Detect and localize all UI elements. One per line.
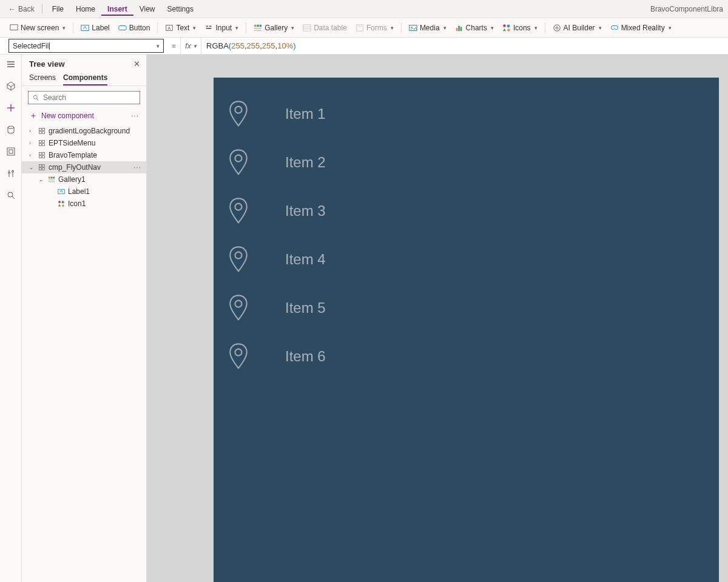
data-table-button[interactable]: Data table xyxy=(299,22,351,34)
media-rail-icon[interactable] xyxy=(5,146,17,158)
component-canvas[interactable]: Item 1Item 2Item 3Item 4Item 5Item 6 xyxy=(214,78,719,582)
svg-rect-25 xyxy=(7,148,15,155)
component-icon xyxy=(38,151,46,159)
tab-screens[interactable]: Screens xyxy=(29,73,56,85)
tree-node-Icon1[interactable]: Icon1 xyxy=(22,198,146,210)
property-selector[interactable]: SelectedFil ▾ xyxy=(8,39,164,53)
search-rail-icon[interactable] xyxy=(5,189,17,201)
chevron-down-icon: ▾ xyxy=(491,25,494,31)
svg-rect-49 xyxy=(49,177,50,179)
tree-node-BravoTemplate[interactable]: ›BravoTemplate xyxy=(22,149,146,161)
gallery-item[interactable]: Item 3 xyxy=(214,187,719,235)
menu-insert[interactable]: Insert xyxy=(101,2,133,16)
svg-point-31 xyxy=(33,95,37,99)
tree-node-cmp_FlyOutNav[interactable]: ⌄cmp_FlyOutNav··· xyxy=(22,161,146,173)
formula-input[interactable]: RGBA(255, 255, 255, 10%) xyxy=(201,38,728,54)
expand-icon[interactable]: › xyxy=(29,140,35,146)
svg-rect-19 xyxy=(460,27,462,31)
tree-node-Label1[interactable]: Label1 xyxy=(22,186,146,198)
tree-node-gradientLogoBackground[interactable]: ›gradientLogoBackground xyxy=(22,125,146,137)
svg-rect-21 xyxy=(507,24,510,27)
svg-rect-0 xyxy=(10,24,18,30)
svg-rect-56 xyxy=(62,201,64,204)
more-icon[interactable]: ··· xyxy=(131,112,139,120)
svg-point-29 xyxy=(8,192,13,197)
chevron-down-icon: ▾ xyxy=(193,25,196,31)
main-area: Tree view ✕ Screens Components ＋ New com… xyxy=(0,55,728,582)
charts-label: Charts xyxy=(466,24,487,32)
tab-components[interactable]: Components xyxy=(63,73,107,85)
expand-icon[interactable]: ⌄ xyxy=(29,164,35,170)
insert-rail-icon[interactable] xyxy=(5,102,17,114)
back-button[interactable]: ← Back xyxy=(5,4,38,15)
tree-node-Gallery1[interactable]: ⌄Gallery1 xyxy=(22,173,146,186)
expand-icon[interactable]: › xyxy=(29,152,35,158)
expand-icon[interactable]: › xyxy=(29,128,35,134)
canvas-area[interactable]: Item 1Item 2Item 3Item 4Item 5Item 6 xyxy=(147,55,728,582)
advanced-rail-icon[interactable] xyxy=(5,167,17,179)
plus-icon: ＋ xyxy=(29,110,38,121)
app-title: BravoComponentLibra xyxy=(650,5,723,13)
svg-rect-2 xyxy=(119,25,126,30)
equals-label: = xyxy=(167,38,181,54)
ai-builder-button[interactable]: AI Builder▾ xyxy=(549,22,605,34)
chevron-down-icon: ▾ xyxy=(235,25,238,31)
icons-button[interactable]: Icons▾ xyxy=(499,22,541,34)
menu-file[interactable]: File xyxy=(46,2,70,16)
charts-button[interactable]: Charts▾ xyxy=(451,22,497,34)
chevron-down-icon: ▾ xyxy=(599,25,602,31)
svg-line-32 xyxy=(37,99,39,101)
top-menubar: ← Back FileHomeInsertViewSettings BravoC… xyxy=(0,0,728,18)
svg-rect-7 xyxy=(260,24,262,27)
menu-settings[interactable]: Settings xyxy=(161,2,200,16)
mixed-reality-button[interactable]: Mixed Reality▾ xyxy=(607,22,675,34)
gallery-icon xyxy=(47,175,56,184)
svg-rect-53 xyxy=(49,181,55,182)
svg-rect-48 xyxy=(42,168,45,170)
button-button[interactable]: Button xyxy=(115,22,154,34)
text-label: Text xyxy=(176,24,189,32)
new-screen-button[interactable]: New screen▾ xyxy=(6,22,69,34)
svg-point-22 xyxy=(507,28,510,31)
new-component-button[interactable]: ＋ New component ··· xyxy=(22,108,146,124)
tree-tabs: Screens Components xyxy=(22,71,146,86)
menu-view[interactable]: View xyxy=(133,2,161,16)
forms-button[interactable]: Forms▾ xyxy=(352,22,397,34)
hamburger-icon[interactable] xyxy=(5,58,17,70)
tree-search[interactable] xyxy=(28,91,140,104)
fx-button[interactable]: fx▾ xyxy=(181,38,201,54)
tree-search-input[interactable] xyxy=(43,93,136,102)
svg-rect-37 xyxy=(39,141,42,143)
label-button[interactable]: Label xyxy=(77,22,113,34)
svg-text:A: A xyxy=(168,25,171,30)
gallery-item[interactable]: Item 4 xyxy=(214,235,719,284)
gallery-item[interactable]: Item 2 xyxy=(214,138,719,187)
divider xyxy=(246,22,246,33)
divider xyxy=(157,22,158,33)
input-button[interactable]: Input▾ xyxy=(201,22,242,34)
media-button[interactable]: Media▾ xyxy=(405,22,450,34)
icons-label: Icons xyxy=(513,24,531,32)
map-pin-icon xyxy=(228,246,249,273)
media-icon xyxy=(409,24,417,32)
divider xyxy=(545,22,545,33)
svg-point-55 xyxy=(58,201,61,203)
gallery-item[interactable]: Item 5 xyxy=(214,284,719,332)
gallery-item[interactable]: Item 1 xyxy=(214,90,719,138)
expand-icon[interactable]: ⌄ xyxy=(39,176,45,182)
svg-rect-9 xyxy=(254,30,261,31)
tree-node-EPTSideMenu[interactable]: ›EPTSideMenu xyxy=(22,137,146,149)
tree-view-icon[interactable] xyxy=(5,80,17,92)
gallery-button[interactable]: Gallery▾ xyxy=(250,22,298,34)
map-pin-icon xyxy=(228,295,249,321)
svg-point-61 xyxy=(235,252,242,259)
data-table-icon xyxy=(303,24,311,32)
text-button[interactable]: A Text▾ xyxy=(161,22,200,34)
close-icon[interactable]: ✕ xyxy=(133,59,140,69)
more-icon[interactable]: ··· xyxy=(133,163,141,172)
menu-home[interactable]: Home xyxy=(70,2,101,16)
gallery-item-label: Item 1 xyxy=(285,105,326,122)
data-rail-icon[interactable] xyxy=(5,124,17,136)
gallery-item[interactable]: Item 6 xyxy=(214,332,719,381)
tree-view-panel: Tree view ✕ Screens Components ＋ New com… xyxy=(22,55,147,582)
